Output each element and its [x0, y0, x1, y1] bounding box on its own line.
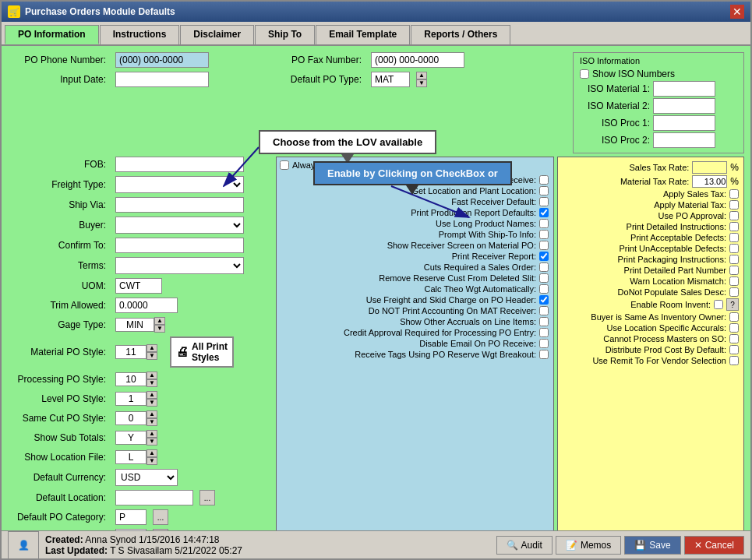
default-po-category-input[interactable]	[115, 509, 147, 525]
list-checkbox[interactable]	[539, 284, 549, 294]
loc-file-up[interactable]: ▲	[147, 449, 157, 457]
list-checkbox[interactable]	[539, 339, 549, 348]
iso-material2-input[interactable]	[653, 98, 715, 114]
tab-disclaimer[interactable]: Disclaimer	[180, 25, 254, 44]
freight-type-select[interactable]	[115, 176, 244, 193]
template-po-category-lov-button[interactable]: ...	[153, 529, 168, 530]
right-checkbox[interactable]	[729, 334, 739, 343]
right-input-field[interactable]	[692, 161, 727, 174]
spinner-up[interactable]: ▲	[416, 72, 427, 79]
tab-ship-to[interactable]: Ship To	[255, 25, 315, 44]
material-po-style-input[interactable]	[115, 345, 147, 359]
list-checkbox[interactable]	[539, 241, 549, 250]
fob-input[interactable]	[115, 157, 244, 172]
ship-via-input[interactable]	[115, 197, 244, 213]
right-checkbox[interactable]	[729, 233, 739, 242]
list-checkbox[interactable]	[539, 262, 549, 272]
gage-type-up[interactable]: ▲	[154, 317, 165, 325]
default-po-type-input[interactable]	[371, 72, 410, 87]
list-checkbox[interactable]	[539, 230, 549, 239]
show-sub-up[interactable]: ▲	[147, 430, 157, 438]
default-po-category-lov-button[interactable]: ...	[153, 509, 168, 525]
level-po-down[interactable]: ▼	[147, 399, 157, 407]
list-checkbox[interactable]	[539, 295, 549, 305]
right-checkbox[interactable]	[729, 244, 739, 253]
list-checkbox[interactable]	[539, 273, 549, 283]
loc-file-down[interactable]: ▼	[147, 457, 157, 465]
mat-po-down[interactable]: ▼	[147, 352, 157, 360]
show-iso-checkbox[interactable]	[580, 69, 589, 79]
iso-proc2-input[interactable]	[653, 132, 715, 148]
right-checkbox[interactable]	[729, 222, 739, 231]
show-sub-totals-input[interactable]	[115, 431, 147, 445]
always-show-freight-checkbox[interactable]	[280, 160, 289, 170]
right-input-field[interactable]	[692, 175, 727, 188]
right-checkbox[interactable]	[729, 356, 739, 365]
same-cut-po-style-input[interactable]	[115, 411, 147, 425]
default-po-type-spinner[interactable]: ▲ ▼	[416, 72, 427, 87]
right-checkbox[interactable]	[729, 287, 739, 297]
close-button[interactable]: ✕	[730, 5, 744, 19]
right-checkbox[interactable]	[729, 211, 739, 220]
right-checkbox[interactable]	[729, 189, 739, 199]
buyer-select[interactable]	[115, 217, 244, 234]
right-checkbox[interactable]	[729, 323, 739, 333]
extra-button[interactable]: ?	[726, 298, 739, 311]
list-checkbox[interactable]	[539, 197, 549, 206]
tab-po-information[interactable]: PO Information	[5, 25, 99, 44]
default-location-lov-button[interactable]: ...	[199, 490, 215, 505]
list-checkbox[interactable]	[539, 317, 549, 326]
gage-type-down[interactable]: ▼	[154, 325, 165, 333]
list-checkbox[interactable]	[539, 350, 549, 359]
input-date-input[interactable]	[115, 72, 209, 87]
po-phone-input[interactable]: (000) 000-0000	[115, 52, 209, 68]
gage-type-input[interactable]	[115, 318, 154, 332]
default-currency-label: Default Currency:	[8, 472, 109, 483]
po-fax-input[interactable]	[371, 52, 464, 68]
same-cut-down[interactable]: ▼	[147, 418, 157, 426]
spinner-down[interactable]: ▼	[416, 79, 427, 87]
right-checkbox[interactable]	[729, 345, 739, 354]
tab-reports-others[interactable]: Reports / Others	[411, 25, 510, 44]
confirm-to-input[interactable]	[115, 238, 244, 253]
list-checkbox[interactable]	[539, 328, 549, 337]
audit-button[interactable]: 🔍 Audit	[496, 536, 553, 555]
tab-instructions[interactable]: Instructions	[100, 25, 180, 44]
right-checkbox[interactable]	[714, 300, 723, 309]
same-cut-up[interactable]: ▲	[147, 410, 157, 418]
list-checkbox[interactable]	[539, 175, 549, 185]
template-po-category-input[interactable]	[115, 529, 147, 530]
iso-material1-input[interactable]	[653, 81, 715, 97]
checkbox-label: Fast Receiver Default:	[281, 197, 536, 206]
list-checkbox[interactable]	[539, 219, 549, 228]
right-checkbox[interactable]	[729, 266, 739, 275]
proc-po-up[interactable]: ▲	[147, 372, 157, 379]
iso-material1-row: ISO Material 1:	[580, 81, 737, 97]
iso-proc1-input[interactable]	[653, 115, 715, 131]
list-checkbox[interactable]	[539, 306, 549, 315]
all-print-styles-button[interactable]: 🖨 All Print Styles	[170, 336, 234, 368]
show-sub-down[interactable]: ▼	[147, 438, 157, 446]
save-button[interactable]: 💾 Save	[624, 536, 680, 555]
proc-po-down[interactable]: ▼	[147, 379, 157, 387]
memos-button[interactable]: 📝 Memos	[556, 536, 621, 555]
uom-input[interactable]	[115, 278, 162, 294]
level-po-up[interactable]: ▲	[147, 391, 157, 399]
mat-po-up[interactable]: ▲	[147, 344, 157, 352]
processing-po-style-input[interactable]	[115, 372, 147, 386]
right-checkbox[interactable]	[729, 255, 739, 264]
right-checkbox[interactable]	[729, 276, 739, 286]
level-po-style-input[interactable]	[115, 392, 147, 406]
list-checkbox[interactable]	[539, 186, 549, 195]
cancel-button[interactable]: ✕ Cancel	[684, 536, 744, 555]
tab-email-template[interactable]: Email Template	[316, 25, 410, 44]
terms-select[interactable]	[115, 257, 244, 274]
default-location-input[interactable]	[115, 490, 193, 505]
default-currency-select[interactable]: USD	[115, 469, 178, 486]
right-checkbox[interactable]	[729, 200, 739, 210]
show-location-file-input[interactable]	[115, 450, 147, 464]
trim-allowed-input[interactable]	[115, 298, 178, 313]
list-checkbox[interactable]	[539, 252, 549, 261]
right-checkbox[interactable]	[729, 312, 739, 322]
list-checkbox[interactable]	[539, 208, 549, 217]
